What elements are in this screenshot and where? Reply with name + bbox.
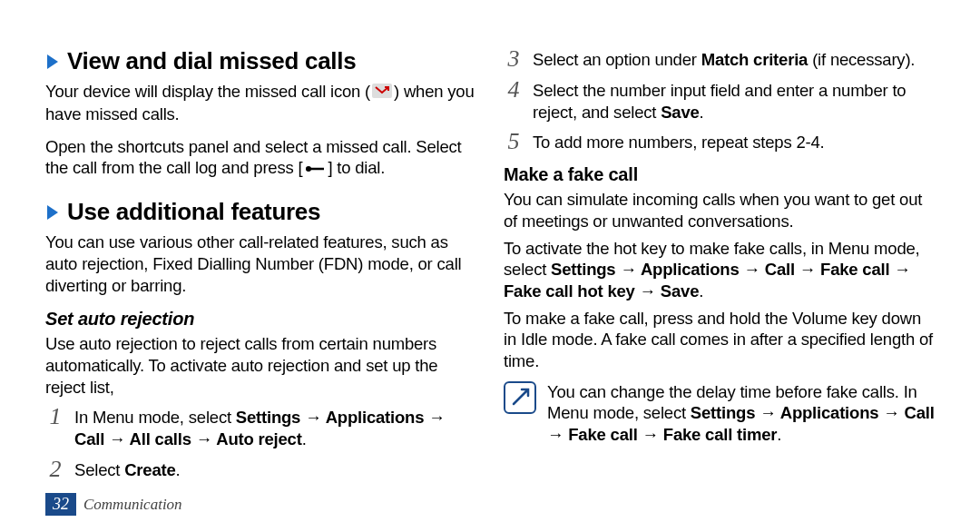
section-heading-additional: Use additional features xyxy=(45,198,476,226)
text-fragment: Your device will display the missed call… xyxy=(45,82,370,101)
step-item: 1 In Menu mode, select Settings → Applic… xyxy=(45,405,476,449)
page-number: 32 xyxy=(45,493,76,516)
step-number: 2 xyxy=(45,458,65,481)
note-text: You can change the delay time before fak… xyxy=(547,381,935,446)
dial-key-icon xyxy=(304,159,326,181)
text-fragment: . xyxy=(700,103,704,122)
step-list: 1 In Menu mode, select Settings → Applic… xyxy=(45,405,476,480)
text-fragment: Select an option under xyxy=(533,50,701,69)
ui-label: Save xyxy=(661,103,699,122)
note-box: You can change the delay time before fak… xyxy=(504,381,935,446)
sub-heading-fake-call: Make a fake call xyxy=(504,164,935,185)
step-number: 4 xyxy=(504,78,524,102)
step-text: Select an option under Match criteria (i… xyxy=(533,47,915,71)
body-text: Use auto rejection to reject calls from … xyxy=(45,333,476,398)
chevron-icon xyxy=(45,203,60,222)
text-fragment: . xyxy=(777,425,781,444)
body-text: To activate the hot key to make fake cal… xyxy=(504,238,935,302)
step-number: 3 xyxy=(504,47,524,71)
section-title: View and dial missed calls xyxy=(67,47,356,75)
svg-marker-4 xyxy=(47,205,58,220)
body-text: You can simulate incoming calls when you… xyxy=(504,189,935,232)
right-column: 3 Select an option under Match criteria … xyxy=(504,47,935,488)
sub-heading-auto-rejection: Set auto rejection xyxy=(45,309,476,330)
step-number: 5 xyxy=(504,130,524,153)
missed-call-icon xyxy=(372,82,392,103)
page-content: View and dial missed calls Your device w… xyxy=(0,0,980,488)
step-text: Select Create. xyxy=(74,458,181,481)
footer: 32 Communication xyxy=(45,493,182,516)
text-fragment: (if necessary). xyxy=(808,50,915,69)
left-column: View and dial missed calls Your device w… xyxy=(45,47,476,488)
footer-section-label: Communication xyxy=(83,496,182,514)
step-text: To add more numbers, repeat steps 2-4. xyxy=(533,130,824,153)
chevron-icon xyxy=(45,53,60,71)
step-text: In Menu mode, select Settings → Applicat… xyxy=(74,405,476,449)
section-title: Use additional features xyxy=(67,198,320,226)
menu-path: Settings → Applications → Call → Fake ca… xyxy=(504,260,911,300)
text-fragment: Select the number input field and enter … xyxy=(533,81,906,122)
body-text: Open the shortcuts panel and select a mi… xyxy=(45,136,476,181)
text-fragment: . xyxy=(176,460,181,479)
body-text: Your device will display the missed call… xyxy=(45,81,476,125)
ui-label: Create xyxy=(124,460,175,479)
text-fragment: . xyxy=(302,429,307,448)
step-text: Select the number input field and enter … xyxy=(533,78,935,123)
body-text: You can use various other call-related f… xyxy=(45,232,476,296)
section-heading-missed-calls: View and dial missed calls xyxy=(45,47,476,75)
svg-marker-0 xyxy=(47,54,58,69)
step-item: 2 Select Create. xyxy=(45,458,476,481)
note-icon xyxy=(504,381,536,414)
text-fragment: Select xyxy=(74,460,124,479)
text-fragment: . xyxy=(699,281,703,300)
body-text: To make a fake call, press and hold the … xyxy=(504,308,935,372)
step-list-continued: 3 Select an option under Match criteria … xyxy=(504,47,935,153)
step-item: 3 Select an option under Match criteria … xyxy=(504,47,935,71)
step-item: 4 Select the number input field and ente… xyxy=(504,78,935,123)
step-item: 5 To add more numbers, repeat steps 2-4. xyxy=(504,130,935,153)
text-fragment: Open the shortcuts panel and select a mi… xyxy=(45,137,462,178)
svg-point-3 xyxy=(306,166,311,172)
text-fragment: In Menu mode, select xyxy=(74,408,236,427)
step-number: 1 xyxy=(45,405,65,429)
ui-label: Match criteria xyxy=(701,50,808,69)
text-fragment: ] to dial. xyxy=(328,158,385,177)
